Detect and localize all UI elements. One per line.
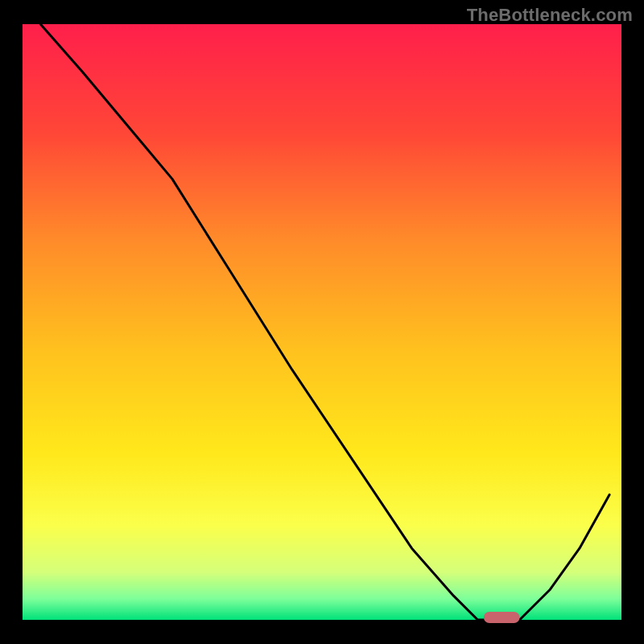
bottleneck-chart	[0, 0, 644, 644]
watermark-text: TheBottleneck.com	[467, 5, 633, 26]
plot-area	[23, 24, 621, 620]
chart-frame: TheBottleneck.com	[0, 0, 644, 644]
optimal-zone-marker	[484, 612, 520, 623]
